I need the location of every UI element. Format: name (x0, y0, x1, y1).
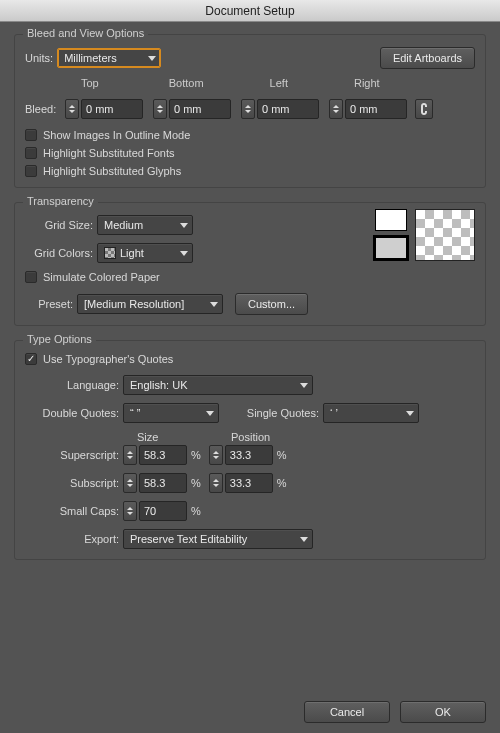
small-caps-input[interactable]: 70 (139, 501, 187, 521)
svg-marker-4 (300, 383, 308, 388)
preset-value: [Medium Resolution] (84, 298, 184, 310)
transparency-preview (375, 209, 475, 265)
bleed-top-input[interactable]: 0 mm (81, 99, 143, 119)
small-caps-label: Small Caps: (25, 505, 119, 517)
dialog-footer: Cancel OK (304, 701, 486, 723)
subscript-size-input[interactable]: 58.3 (139, 473, 187, 493)
simulate-checkbox[interactable] (25, 271, 37, 283)
cancel-button[interactable]: Cancel (304, 701, 390, 723)
stepper-arrows-icon[interactable] (123, 445, 137, 465)
bleed-head-top: Top (65, 77, 99, 89)
typographers-label: Use Typographer's Quotes (43, 353, 173, 365)
superscript-size-stepper[interactable]: 58.3 (123, 445, 187, 465)
chevron-down-icon (180, 221, 188, 229)
bleed-bottom-stepper[interactable]: 0 mm (153, 99, 231, 119)
export-value: Preserve Text Editability (130, 533, 247, 545)
position-head: Position (231, 431, 301, 443)
percent-label: % (191, 477, 201, 489)
superscript-pos-input[interactable]: 33.3 (225, 445, 273, 465)
superscript-size-input[interactable]: 58.3 (139, 445, 187, 465)
pattern-swatch-icon (104, 247, 116, 259)
language-value: English: UK (130, 379, 187, 391)
language-label: Language: (25, 379, 119, 391)
size-head: Size (137, 431, 207, 443)
legend-transparency: Transparency (23, 195, 98, 207)
legend-type-options: Type Options (23, 333, 96, 345)
outline-checkbox[interactable] (25, 129, 37, 141)
grid-colors-label: Grid Colors: (25, 247, 93, 259)
outline-label: Show Images In Outline Mode (43, 129, 190, 141)
units-select[interactable]: Millimeters (57, 48, 161, 68)
group-bleed-view: Bleed and View Options Units: Millimeter… (14, 34, 486, 188)
superscript-label: Superscript: (25, 449, 119, 461)
transparency-swatch-gray[interactable] (375, 237, 407, 259)
percent-label: % (191, 449, 201, 461)
preset-label: Preset: (25, 298, 73, 310)
percent-label: % (277, 477, 287, 489)
stepper-arrows-icon[interactable] (209, 445, 223, 465)
grid-colors-select[interactable]: Light (97, 243, 193, 263)
export-select[interactable]: Preserve Text Editability (123, 529, 313, 549)
glyphs-label: Highlight Substituted Glyphs (43, 165, 181, 177)
chevron-down-icon (406, 409, 414, 417)
chevron-down-icon (210, 300, 218, 308)
double-quotes-select[interactable]: “ ” (123, 403, 219, 423)
bleed-head-bottom: Bottom (153, 77, 204, 89)
preset-select[interactable]: [Medium Resolution] (77, 294, 223, 314)
bleed-right-stepper[interactable]: 0 mm (329, 99, 407, 119)
svg-marker-0 (148, 56, 156, 61)
bleed-left-input[interactable]: 0 mm (257, 99, 319, 119)
stepper-arrows-icon[interactable] (153, 99, 167, 119)
stepper-arrows-icon[interactable] (65, 99, 79, 119)
stepper-arrows-icon[interactable] (209, 473, 223, 493)
edit-artboards-label: Edit Artboards (393, 52, 462, 64)
bleed-right-input[interactable]: 0 mm (345, 99, 407, 119)
svg-marker-2 (180, 251, 188, 256)
custom-button[interactable]: Custom... (235, 293, 308, 315)
edit-artboards-button[interactable]: Edit Artboards (380, 47, 475, 69)
bleed-bottom-input[interactable]: 0 mm (169, 99, 231, 119)
glyphs-checkbox[interactable] (25, 165, 37, 177)
bleed-label: Bleed: (25, 103, 61, 115)
language-select[interactable]: English: UK (123, 375, 313, 395)
units-value: Millimeters (64, 52, 117, 64)
chevron-down-icon (300, 535, 308, 543)
link-bleed-icon[interactable] (415, 99, 433, 119)
svg-marker-5 (206, 411, 214, 416)
simulate-label: Simulate Colored Paper (43, 271, 160, 283)
percent-label: % (191, 505, 201, 517)
svg-marker-6 (406, 411, 414, 416)
transparency-swatch-white[interactable] (375, 209, 407, 231)
checkerboard-preview (415, 209, 475, 261)
single-quotes-label: Single Quotes: (219, 407, 319, 419)
subscript-pos-input[interactable]: 33.3 (225, 473, 273, 493)
window-title: Document Setup (205, 4, 294, 18)
svg-marker-1 (180, 223, 188, 228)
stepper-arrows-icon[interactable] (329, 99, 343, 119)
group-type-options: Type Options Use Typographer's Quotes La… (14, 340, 486, 560)
stepper-arrows-icon[interactable] (123, 501, 137, 521)
single-quotes-select[interactable]: ‘ ’ (323, 403, 419, 423)
subscript-pos-stepper[interactable]: 33.3 (209, 473, 273, 493)
fonts-checkbox[interactable] (25, 147, 37, 159)
ok-button[interactable]: OK (400, 701, 486, 723)
subscript-size-stepper[interactable]: 58.3 (123, 473, 187, 493)
legend-bleed-view: Bleed and View Options (23, 27, 148, 39)
double-quotes-value: “ ” (130, 407, 140, 419)
bleed-top-stepper[interactable]: 0 mm (65, 99, 143, 119)
fonts-label: Highlight Substituted Fonts (43, 147, 174, 159)
stepper-arrows-icon[interactable] (123, 473, 137, 493)
bleed-left-stepper[interactable]: 0 mm (241, 99, 319, 119)
chevron-down-icon (180, 249, 188, 257)
group-transparency: Transparency Grid Size: Medium Grid Colo… (14, 202, 486, 326)
grid-size-label: Grid Size: (25, 219, 93, 231)
typographers-checkbox[interactable] (25, 353, 37, 365)
grid-colors-value: Light (120, 247, 144, 259)
superscript-pos-stepper[interactable]: 33.3 (209, 445, 273, 465)
stepper-arrows-icon[interactable] (241, 99, 255, 119)
grid-size-value: Medium (104, 219, 143, 231)
small-caps-stepper[interactable]: 70 (123, 501, 187, 521)
grid-size-select[interactable]: Medium (97, 215, 193, 235)
chevron-down-icon (300, 381, 308, 389)
custom-label: Custom... (248, 298, 295, 310)
